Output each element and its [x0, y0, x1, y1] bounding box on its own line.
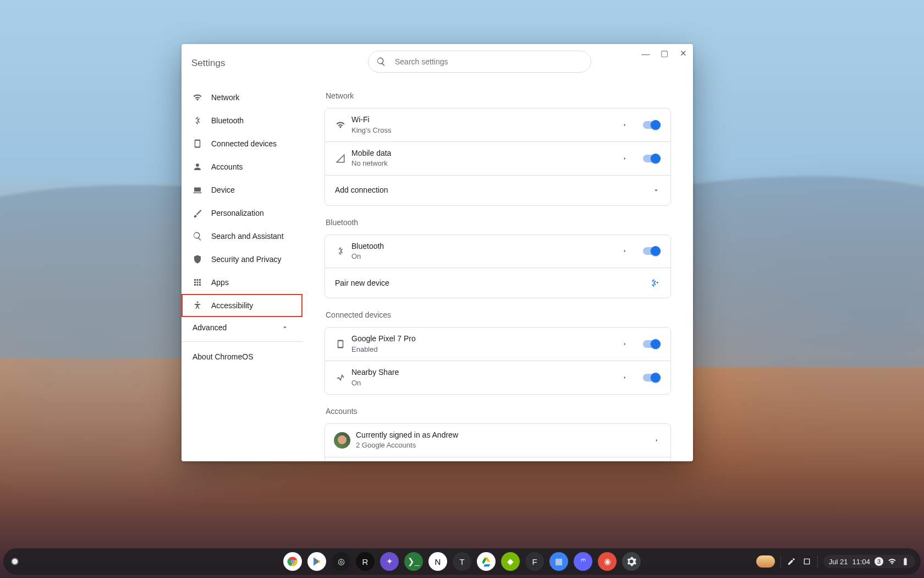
connected-devices-card: Google Pixel 7 Pro Enabled Nearby Share …	[324, 327, 671, 395]
pair-new-device-row[interactable]: Pair new device	[325, 268, 670, 298]
sidebar-item-apps[interactable]: Apps	[182, 271, 302, 294]
shelf-app-r[interactable]: R	[356, 552, 375, 571]
svg-point-3	[292, 560, 294, 563]
shield-icon	[193, 254, 202, 264]
sidebar-item-accounts[interactable]: Accounts	[182, 155, 302, 178]
sidebar-item-advanced[interactable]: Advanced	[182, 317, 302, 338]
chevron-down-icon	[653, 187, 659, 194]
chrome-icon	[287, 556, 298, 567]
shelf-app-mastodon[interactable]: ᵐ	[574, 552, 592, 571]
section-title-bluetooth: Bluetooth	[326, 218, 671, 227]
shelf-app-f[interactable]: F	[525, 552, 544, 571]
chevron-right-icon	[622, 122, 628, 128]
current-account-row[interactable]: Currently signed in as Andrew 2 Google A…	[325, 424, 670, 457]
gear-icon	[626, 556, 637, 567]
shelf-app-blue[interactable]: ▦	[549, 552, 568, 571]
sidebar-item-bluetooth[interactable]: Bluetooth	[182, 109, 302, 132]
sidebar-item-connected-devices[interactable]: Connected devices	[182, 132, 302, 155]
row-title: Mobile data	[351, 149, 622, 159]
connected-phone-row[interactable]: Google Pixel 7 Pro Enabled	[325, 328, 670, 361]
row-title: Wi-Fi	[351, 115, 622, 125]
launcher-button[interactable]	[12, 559, 18, 564]
sidebar-item-label: Network	[211, 93, 239, 102]
shelf-app-terminal[interactable]: ❯_	[404, 552, 423, 571]
sidebar-item-label: Device	[211, 186, 235, 194]
mobile-data-row[interactable]: Mobile data No network	[325, 141, 670, 175]
avatar	[334, 432, 350, 449]
settings-search-input[interactable]	[394, 57, 583, 67]
sidebar-item-security-privacy[interactable]: Security and Privacy	[182, 248, 302, 271]
sidebar-item-label: Bluetooth	[211, 116, 244, 125]
shelf-app-notion[interactable]: N	[428, 552, 447, 571]
row-title: Pair new device	[335, 279, 650, 288]
shelf-app-play-store[interactable]	[307, 552, 326, 571]
wifi-icon	[193, 92, 202, 102]
chevron-right-icon	[654, 438, 659, 443]
nearby-share-toggle[interactable]	[643, 374, 659, 381]
shelf-app-settings[interactable]	[622, 552, 641, 571]
shelf: ◎ R ✦ ❯_ N T ◆ F ▦ ᵐ ◉ Jul 21 11:04 3	[3, 548, 921, 575]
mobile-data-toggle[interactable]	[643, 155, 659, 162]
connected-phone-toggle[interactable]	[643, 340, 659, 348]
row-subtitle: Enabled	[351, 345, 622, 354]
window-close-button[interactable]: ✕	[679, 48, 688, 58]
tray-date: Jul 21	[829, 558, 848, 566]
tray-stylus-button[interactable]	[787, 557, 796, 566]
sidebar-item-about[interactable]: About ChromeOS	[182, 345, 302, 368]
settings-window: — ▢ ✕ Settings Network Bluetooth Connect…	[182, 44, 693, 461]
sidebar-item-accessibility[interactable]: Accessibility	[182, 294, 302, 317]
sidebar-item-label: Security and Privacy	[211, 255, 282, 264]
shelf-app-purple[interactable]: ✦	[380, 552, 399, 571]
settings-search[interactable]	[368, 51, 591, 73]
wifi-row[interactable]: Wi-Fi King's Cross	[325, 108, 670, 141]
bluetooth-toggle[interactable]	[643, 247, 659, 255]
sidebar-item-label: About ChromeOS	[193, 352, 254, 361]
signal-icon	[336, 154, 345, 163]
shelf-app-red[interactable]: ◉	[598, 552, 617, 571]
sidebar-item-label: Accounts	[211, 162, 243, 171]
section-title-network: Network	[326, 91, 671, 100]
battery-icon	[901, 557, 910, 566]
window-minimize-button[interactable]: —	[641, 49, 650, 58]
tray-status-area[interactable]: Jul 21 11:04 3	[823, 555, 915, 568]
shelf-app-nvidia[interactable]: ◆	[501, 552, 520, 571]
sync-services-row[interactable]: Sync and Google services	[325, 457, 670, 462]
sidebar-item-personalization[interactable]: Personalization	[182, 201, 302, 225]
add-connection-row[interactable]: Add connection	[325, 175, 670, 205]
tray-notification-badge: 3	[875, 557, 883, 566]
network-card: Wi-Fi King's Cross Mobile data No networ…	[324, 108, 671, 206]
wifi-toggle[interactable]	[643, 121, 659, 129]
bluetooth-icon	[336, 246, 345, 256]
row-title: Bluetooth	[351, 242, 622, 252]
window-maximize-button[interactable]: ▢	[660, 48, 669, 58]
shelf-app-t[interactable]: T	[453, 552, 471, 571]
sidebar-item-label: Advanced	[193, 323, 227, 332]
sidebar-item-network[interactable]: Network	[182, 86, 302, 109]
row-subtitle: On	[351, 379, 622, 388]
search-icon	[193, 231, 202, 241]
row-title: Google Pixel 7 Pro	[351, 334, 622, 344]
person-icon	[193, 162, 202, 172]
bluetooth-row[interactable]: Bluetooth On	[325, 235, 670, 268]
row-subtitle: No network	[351, 159, 622, 168]
settings-title: Settings	[191, 58, 225, 69]
chevron-right-icon	[622, 156, 628, 161]
row-title: Nearby Share	[351, 368, 622, 378]
bluetooth-pair-icon	[650, 278, 659, 288]
tray-time: 11:04	[852, 558, 870, 566]
wifi-icon	[336, 120, 345, 130]
sidebar-item-search-assistant[interactable]: Search and Assistant	[182, 225, 302, 248]
tray-weather[interactable]	[756, 555, 775, 568]
settings-sidebar: Network Bluetooth Connected devices Acco…	[182, 83, 302, 461]
shelf-app-generic-1[interactable]: ◎	[332, 552, 350, 571]
row-subtitle: 2 Google Accounts	[356, 441, 654, 450]
row-subtitle: King's Cross	[351, 126, 622, 135]
shelf-tray: Jul 21 11:04 3	[756, 555, 915, 568]
sidebar-item-label: Personalization	[211, 209, 264, 217]
tray-screen-button[interactable]	[802, 557, 812, 566]
nearby-share-row[interactable]: Nearby Share On	[325, 361, 670, 394]
shelf-app-drive[interactable]	[477, 552, 496, 571]
wifi-icon	[888, 557, 897, 566]
sidebar-item-device[interactable]: Device	[182, 178, 302, 201]
shelf-app-chrome[interactable]	[283, 552, 302, 571]
